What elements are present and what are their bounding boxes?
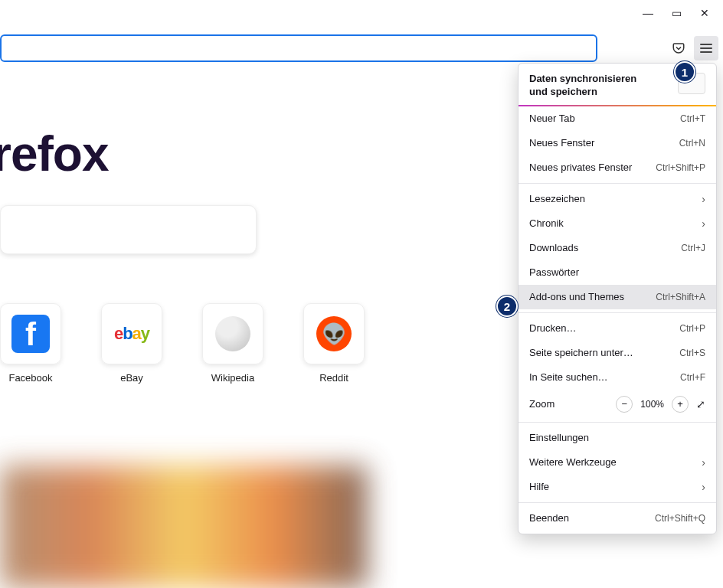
menu-new-private-window[interactable]: Neues privates Fenster Ctrl+Shift+P [519,155,716,180]
menu-item-shortcut: Ctrl+F [680,372,705,383]
menu-print[interactable]: Drucken… Ctrl+P [519,316,716,341]
pocket-icon[interactable] [666,36,691,60]
menu-item-label: Add-ons und Themes [529,291,624,302]
ebay-icon: ebay [114,324,149,344]
menu-addons-themes[interactable]: Add-ons und Themes Ctrl+Shift+A [519,285,716,309]
menu-item-label: Neues Fenster [529,137,594,149]
menu-save-page[interactable]: Seite speichern unter… Ctrl+S [519,341,716,365]
menu-item-shortcut: Ctrl+S [679,348,705,358]
menu-item-shortcut: Ctrl+Shift+P [656,162,705,173]
top-site-wikipedia[interactable]: Wikipedia [202,303,263,384]
menu-passwords[interactable]: Passwörter [519,260,716,285]
menu-item-label: Hilfe [529,481,549,492]
menu-item-label: Neuer Tab [529,113,575,124]
zoom-value: 100% [640,399,664,410]
window-controls: — ▭ ✕ [629,3,723,23]
close-button[interactable]: ✕ [700,8,709,18]
zoom-in-button[interactable]: + [672,396,689,413]
reddit-icon: 👽 [316,316,352,351]
annotation-badge-2: 2 [496,296,518,317]
chevron-right-icon: › [702,456,705,469]
menu-find-in-page[interactable]: In Seite suchen… Ctrl+F [519,365,716,390]
menu-item-label: Neues privates Fenster [529,162,632,173]
app-menu: Daten synchronisieren und speichern Neue… [518,63,717,534]
menu-item-shortcut: Ctrl+Shift+Q [655,513,705,524]
menu-item-label: Beenden [529,512,569,524]
new-tab-search-box[interactable] [0,205,257,254]
menu-separator [519,422,716,423]
minimize-button[interactable]: — [643,8,653,18]
menu-separator [519,312,716,313]
menu-bookmarks[interactable]: Lesezeichen › [519,187,716,211]
menu-settings[interactable]: Einstellungen [519,426,716,450]
menu-item-label: Downloads [529,242,578,253]
menu-item-shortcut: Ctrl+N [679,138,705,149]
menu-help[interactable]: Hilfe › [519,475,716,499]
top-site-facebook[interactable]: f Facebook [0,303,61,384]
menu-new-window[interactable]: Neues Fenster Ctrl+N [519,131,716,155]
menu-sync-label: Daten synchronisieren und speichern [529,73,652,99]
menu-item-label: Weitere Werkzeuge [529,456,617,468]
hamburger-icon [700,44,712,53]
menu-history[interactable]: Chronik › [519,211,716,236]
menu-item-label: Einstellungen [529,432,589,443]
maximize-button[interactable]: ▭ [672,8,682,18]
pocket-recommendations-blur [0,466,368,588]
menu-item-label: Lesezeichen [529,193,585,204]
menu-separator [519,183,716,184]
menu-item-label: In Seite suchen… [529,371,608,383]
menu-item-label: Drucken… [529,322,576,334]
menu-zoom-row: Zoom − 100% + ⤢ [519,390,716,419]
tile-label: Reddit [303,372,365,384]
menu-new-tab[interactable]: Neuer Tab Ctrl+T [519,106,716,131]
annotation-badge-1: 1 [674,61,695,83]
menu-downloads[interactable]: Downloads Ctrl+J [519,236,716,260]
chevron-right-icon: › [702,217,705,230]
facebook-icon: f [11,315,50,353]
menu-item-label: Seite speichern unter… [529,347,633,358]
menu-more-tools[interactable]: Weitere Werkzeuge › [519,450,716,475]
menu-zoom-label: Zoom [529,398,555,410]
top-site-ebay[interactable]: ebay eBay [101,303,162,384]
chevron-right-icon: › [702,193,705,205]
tile-label: eBay [101,372,162,384]
fullscreen-icon[interactable]: ⤢ [696,398,705,410]
menu-item-label: Chronik [529,217,564,229]
top-site-reddit[interactable]: 👽 Reddit [303,303,365,384]
menu-item-shortcut: Ctrl+J [681,243,705,253]
toolbar [0,32,723,64]
tile-label: Facebook [0,372,61,384]
hamburger-menu-button[interactable] [694,36,718,60]
menu-item-shortcut: Ctrl+Shift+A [656,292,705,302]
menu-item-shortcut: Ctrl+P [679,323,705,334]
tile-label: Wikipedia [202,372,263,384]
chevron-right-icon: › [702,481,705,493]
menu-separator [519,502,716,503]
wikipedia-icon [215,316,250,351]
menu-item-shortcut: Ctrl+T [680,113,705,124]
zoom-out-button[interactable]: − [616,396,633,413]
address-bar[interactable] [0,34,597,62]
menu-item-label: Passwörter [529,266,579,278]
menu-quit[interactable]: Beenden Ctrl+Shift+Q [519,506,716,531]
